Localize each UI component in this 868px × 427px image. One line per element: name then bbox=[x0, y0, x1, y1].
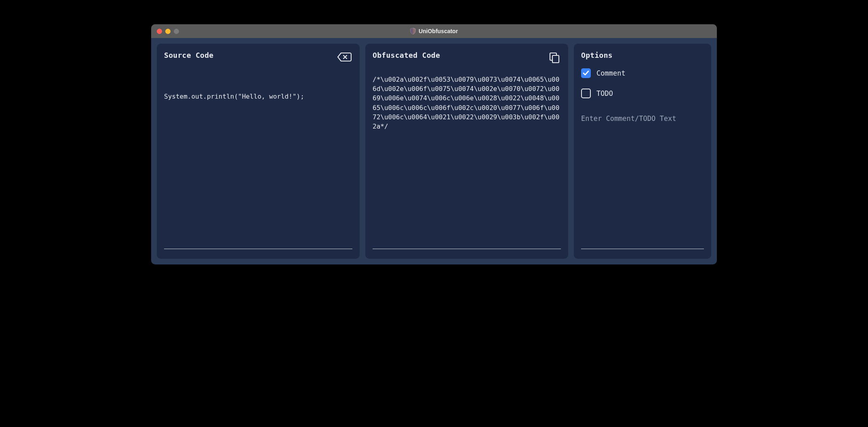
source-panel: Source Code bbox=[157, 44, 360, 259]
options-panel-title: Options bbox=[581, 51, 613, 59]
option-label: Comment bbox=[596, 69, 626, 77]
copy-obfuscated-button[interactable] bbox=[548, 51, 561, 66]
checkbox-unchecked-icon bbox=[581, 89, 591, 98]
obfuscated-code-output[interactable]: /*\u002a\u002f\u0053\u0079\u0073\u0074\u… bbox=[373, 75, 561, 249]
window-controls bbox=[157, 29, 179, 34]
clear-source-button[interactable] bbox=[336, 51, 352, 64]
options-list: Comment TODO bbox=[581, 68, 704, 98]
panel-underline bbox=[373, 249, 561, 249]
obfuscated-panel-title: Obfuscated Code bbox=[373, 51, 440, 59]
app-window: UniObfuscator Source Code bbox=[151, 24, 717, 264]
obfuscated-panel: Obfuscated Code /*\u002a\u002f\u0053\u00… bbox=[365, 44, 568, 259]
panel-underline bbox=[581, 249, 704, 249]
copy-icon bbox=[549, 52, 560, 65]
option-comment[interactable]: Comment bbox=[581, 68, 704, 78]
window-title-area: UniObfuscator bbox=[410, 28, 458, 34]
backspace-icon bbox=[337, 52, 352, 63]
obfuscated-panel-header: Obfuscated Code bbox=[373, 51, 561, 66]
options-panel-header: Options bbox=[581, 51, 704, 59]
titlebar: UniObfuscator bbox=[151, 24, 717, 38]
window-title: UniObfuscator bbox=[419, 28, 458, 34]
option-label: TODO bbox=[596, 89, 613, 97]
option-todo[interactable]: TODO bbox=[581, 89, 704, 98]
content-area: Source Code Obfuscated Code bbox=[151, 38, 717, 264]
shield-icon bbox=[410, 28, 416, 34]
source-panel-header: Source Code bbox=[164, 51, 352, 64]
close-window-button[interactable] bbox=[157, 29, 162, 34]
source-body bbox=[164, 73, 352, 249]
comment-text-input[interactable]: Enter Comment/TODO Text bbox=[581, 114, 704, 123]
minimize-window-button[interactable] bbox=[165, 29, 171, 34]
svg-rect-1 bbox=[552, 55, 559, 63]
checkbox-checked-icon bbox=[581, 68, 591, 78]
panel-underline bbox=[164, 249, 352, 249]
source-panel-title: Source Code bbox=[164, 51, 214, 59]
maximize-window-button[interactable] bbox=[174, 29, 179, 34]
options-panel: Options Comment TODO Enter Comment/TODO … bbox=[574, 44, 711, 259]
source-code-input[interactable] bbox=[164, 92, 352, 249]
